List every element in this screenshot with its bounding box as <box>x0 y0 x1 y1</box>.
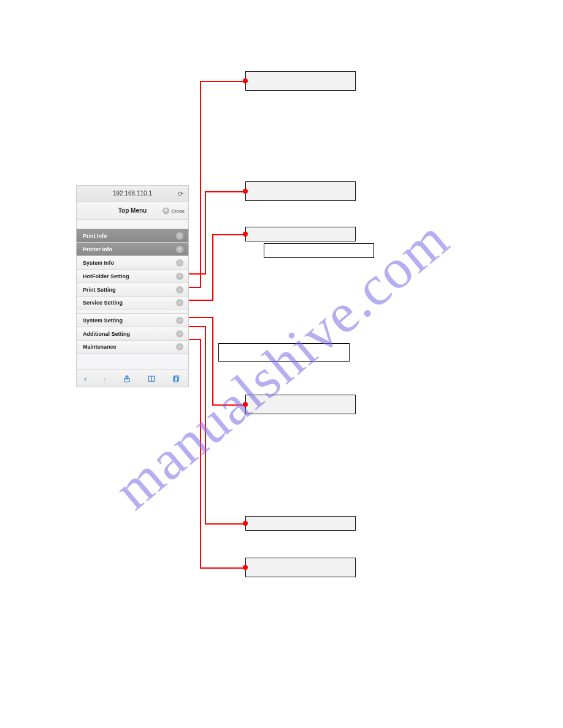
chevron-right-icon: › <box>176 273 183 280</box>
page-title: Top Menu <box>118 207 147 214</box>
connector-dot <box>243 565 248 570</box>
close-button[interactable]: ✕ Close <box>163 207 185 214</box>
connector-dot <box>243 402 248 407</box>
menu-list-primary: Print Info › Printer Info › System Info … <box>77 229 188 309</box>
callout-box <box>245 516 356 531</box>
menu-label: Additional Setting <box>83 331 130 337</box>
menu-item-print-info[interactable]: Print Info › <box>77 229 188 242</box>
menu-label: System Info <box>83 260 114 266</box>
chevron-right-icon: › <box>176 317 183 324</box>
close-label: Close <box>171 208 185 213</box>
menu-label: Print Info <box>83 233 107 239</box>
refresh-icon[interactable]: ⟳ <box>178 189 183 197</box>
menu-label: Printer Info <box>83 246 112 252</box>
callout-box <box>245 181 356 201</box>
connector-dot <box>243 189 248 194</box>
menu-label: Service Setting <box>83 300 123 306</box>
menu-item-additional-setting[interactable]: Additional Setting › <box>77 327 188 340</box>
chevron-right-icon: › <box>176 343 183 351</box>
browser-toolbar: ‹ › <box>77 370 188 387</box>
menu-label: Maintenance <box>83 344 117 350</box>
chevron-right-icon: › <box>176 299 183 306</box>
menu-label: HotFolder Setting <box>83 273 129 279</box>
connector-dot <box>243 232 248 237</box>
chevron-right-icon: › <box>176 286 183 294</box>
page-title-bar: Top Menu ✕ Close <box>77 202 188 220</box>
callout-box <box>245 71 356 91</box>
menu-label: System Setting <box>83 317 123 324</box>
menu-item-printer-info[interactable]: Printer Info › <box>77 242 188 256</box>
chevron-right-icon: › <box>176 259 183 267</box>
menu-item-print-setting[interactable]: Print Setting › <box>77 282 188 296</box>
menu-item-hotfolder-setting[interactable]: HotFolder Setting › <box>77 269 188 282</box>
menu-item-service-setting[interactable]: Service Setting › <box>77 296 188 309</box>
back-icon[interactable]: ‹ <box>84 374 87 384</box>
share-icon[interactable] <box>123 374 131 383</box>
callout-box <box>245 558 356 577</box>
chevron-right-icon: › <box>176 232 183 240</box>
browser-address-bar: 192.168.110.1 ⟳ <box>77 186 188 202</box>
callout-box <box>218 343 350 362</box>
menu-item-system-info[interactable]: System Info › <box>77 256 188 269</box>
callout-box <box>245 395 356 414</box>
connector-dot <box>243 78 248 83</box>
callout-box-indent <box>264 243 374 258</box>
chevron-right-icon: › <box>176 246 183 253</box>
forward-icon[interactable]: › <box>103 374 106 384</box>
menu-list-secondary: System Setting › Additional Setting › Ma… <box>77 313 188 354</box>
phone-screenshot: 192.168.110.1 ⟳ Top Menu ✕ Close Print I… <box>76 185 189 387</box>
menu-item-maintenance[interactable]: Maintenance › <box>77 340 188 354</box>
menu-item-system-setting[interactable]: System Setting › <box>77 313 188 327</box>
menu-label: Print Setting <box>83 287 116 293</box>
bookmarks-icon[interactable] <box>147 374 156 383</box>
callout-box <box>245 227 356 241</box>
chevron-right-icon: › <box>176 330 183 338</box>
connector-dot <box>243 521 248 526</box>
address-text: 192.168.110.1 <box>113 190 152 197</box>
tabs-icon[interactable] <box>172 374 181 383</box>
close-icon: ✕ <box>163 207 169 214</box>
